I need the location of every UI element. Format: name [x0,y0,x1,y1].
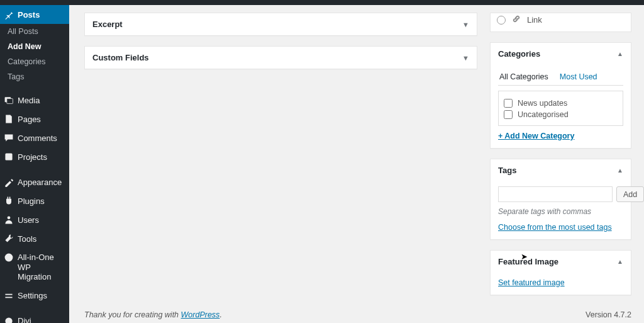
right-column: Link Categories ▲ All Categories Most Us… [490,13,631,305]
metabox-title: Tags [498,166,516,175]
tools-icon [4,234,14,244]
settings-icon [4,291,14,301]
metabox-title: Excerpt [92,20,123,29]
admin-top-bar [0,0,644,5]
sidebar-label: Media [18,96,40,105]
set-featured-image-link[interactable]: Set featured image [498,278,565,287]
sidebar-item-comments[interactable]: Comments [0,128,69,147]
sidebar-label: Divi [18,316,31,323]
footer-version: Version 4.7.2 [586,310,631,319]
category-label: News updates [518,99,567,108]
metabox-custom-fields: Custom Fields ▼ [84,46,477,69]
sidebar-item-plugins[interactable]: Plugins [0,191,69,210]
users-icon [4,215,14,225]
sidebar-label: Appearance [18,178,62,187]
tags-hint: Separate tags with commas [498,207,623,216]
format-link-radio[interactable] [497,16,506,25]
chevron-down-icon: ▼ [462,54,469,62]
sidebar-item-appearance[interactable]: Appearance [0,173,69,191]
metabox-featured-image-header[interactable]: Featured Image ▲ [491,251,631,273]
tab-most-used[interactable]: Most Used [558,70,599,85]
metabox-custom-fields-header[interactable]: Custom Fields ▼ [85,47,477,69]
sidebar-item-aiowpm[interactable]: All-in-One WP Migration [0,248,69,286]
metabox-title: Custom Fields [92,53,149,62]
category-item-uncat[interactable]: Uncategorised [504,109,618,120]
sidebar-sub-categories[interactable]: Categories [0,54,69,69]
svg-point-5 [5,317,12,323]
footer-thanks-suffix: . [219,310,221,319]
svg-rect-2 [5,153,12,160]
svg-point-4 [5,254,13,262]
divi-icon [4,316,14,323]
sidebar-label: Comments [18,133,57,143]
sidebar-label: Tools [18,234,36,244]
sidebar-label: Users [18,215,39,225]
sidebar-label: Pages [18,115,41,124]
metabox-categories: Categories ▲ All Categories Most Used Ne… [490,42,631,149]
main-content: Excerpt ▼ Custom Fields ▼ Lin [69,5,644,323]
metabox-excerpt-header[interactable]: Excerpt ▼ [85,13,477,35]
appearance-icon [4,177,14,187]
category-item-news[interactable]: News updates [504,98,618,109]
sidebar-sub-tags[interactable]: Tags [0,69,69,84]
footer-thanks: Thank you for creating with WordPress. [84,310,222,319]
sidebar-item-tools[interactable]: Tools [0,229,69,248]
chevron-up-icon: ▲ [617,167,623,174]
metabox-categories-header[interactable]: Categories ▲ [491,43,631,65]
sidebar-item-divi[interactable]: Divi [0,312,69,323]
sidebar-label: Projects [18,152,47,162]
chevron-up-icon: ▲ [617,50,623,57]
sidebar-item-settings[interactable]: Settings [0,286,69,305]
metabox-title: Featured Image [498,257,558,266]
tags-add-button[interactable]: Add [616,186,644,202]
sidebar-item-pages[interactable]: Pages [0,110,69,128]
sidebar-label: Plugins [18,196,45,206]
metabox-featured-image: Featured Image ▲ Set featured image [490,250,631,295]
sidebar-sub-add-new[interactable]: Add New [0,39,69,54]
metabox-title: Categories [498,49,540,59]
sidebar-label: Posts [18,10,40,20]
category-list: News updates Uncategorised [498,91,623,126]
svg-point-3 [8,216,11,219]
comments-icon [4,133,14,143]
tags-input[interactable] [498,186,613,202]
plugins-icon [4,196,14,206]
footer-thanks-prefix: Thank you for creating with [84,310,181,319]
sidebar-item-projects[interactable]: Projects [0,147,69,166]
format-link-label: Link [527,15,542,25]
admin-sidebar: Posts All Posts Add New Categories Tags … [0,5,69,323]
category-label: Uncategorised [518,110,569,119]
category-tabs: All Categories Most Used [498,70,623,86]
footer-wordpress-link[interactable]: WordPress [181,310,220,319]
metabox-tags: Tags ▲ Add Separate tags with commas Cho… [490,159,631,240]
sidebar-label: All-in-One WP Migration [18,252,65,282]
link-icon [512,14,521,25]
chevron-up-icon: ▲ [617,258,623,265]
migration-icon [4,252,14,263]
choose-most-used-tags-link[interactable]: Choose from the most used tags [498,223,612,232]
pushpin-icon [4,9,14,20]
left-column: Excerpt ▼ Custom Fields ▼ [84,13,477,305]
add-new-category-link[interactable]: + Add New Category [498,132,574,140]
sidebar-label: Settings [18,291,47,300]
metabox-excerpt: Excerpt ▼ [84,13,477,36]
chevron-down-icon: ▼ [462,21,469,28]
sidebar-item-users[interactable]: Users [0,210,69,229]
sidebar-sub-all-posts[interactable]: All Posts [0,24,69,39]
projects-icon [4,152,14,162]
sidebar-item-media[interactable]: Media [0,91,69,110]
category-checkbox[interactable] [504,110,513,119]
sidebar-item-posts[interactable]: Posts [0,5,69,24]
media-icon [4,95,14,105]
format-box-partial: Link [490,13,631,32]
pages-icon [4,114,14,124]
svg-rect-1 [7,99,13,104]
category-checkbox[interactable] [504,99,513,108]
tab-all-categories[interactable]: All Categories [498,70,550,85]
metabox-tags-header[interactable]: Tags ▲ [491,159,631,181]
admin-footer: Thank you for creating with WordPress. V… [69,307,644,323]
